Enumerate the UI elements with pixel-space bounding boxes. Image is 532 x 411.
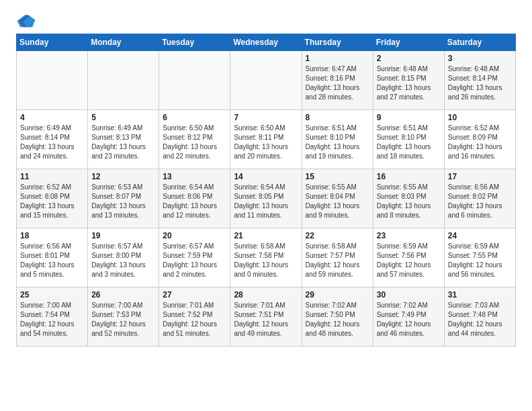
- day-info: Sunrise: 6:57 AM Sunset: 8:00 PM Dayligh…: [91, 242, 155, 279]
- day-info: Sunrise: 6:52 AM Sunset: 8:09 PM Dayligh…: [448, 124, 512, 161]
- day-info: Sunrise: 6:50 AM Sunset: 8:12 PM Dayligh…: [163, 124, 226, 161]
- day-header-sunday: Sunday: [17, 34, 88, 51]
- day-number: 1: [306, 54, 369, 63]
- day-info: Sunrise: 6:55 AM Sunset: 8:04 PM Dayligh…: [306, 183, 369, 220]
- day-number: 18: [20, 231, 84, 240]
- day-info: Sunrise: 7:02 AM Sunset: 7:49 PM Dayligh…: [377, 301, 441, 338]
- day-info: Sunrise: 6:51 AM Sunset: 8:10 PM Dayligh…: [377, 124, 441, 161]
- calendar-cell: 11Sunrise: 6:52 AM Sunset: 8:08 PM Dayli…: [17, 169, 88, 228]
- day-number: 6: [163, 113, 226, 122]
- day-number: 5: [91, 113, 155, 122]
- calendar-cell: 1Sunrise: 6:47 AM Sunset: 8:16 PM Daylig…: [302, 51, 373, 110]
- calendar-cell: 6Sunrise: 6:50 AM Sunset: 8:12 PM Daylig…: [159, 110, 230, 169]
- day-header-saturday: Saturday: [444, 34, 515, 51]
- day-number: 23: [377, 231, 441, 240]
- day-info: Sunrise: 6:56 AM Sunset: 8:02 PM Dayligh…: [448, 183, 512, 220]
- calendar-cell: 28Sunrise: 7:01 AM Sunset: 7:51 PM Dayli…: [230, 287, 302, 347]
- calendar-cell: 19Sunrise: 6:57 AM Sunset: 8:00 PM Dayli…: [88, 228, 159, 287]
- day-number: 28: [234, 290, 298, 300]
- day-info: Sunrise: 6:54 AM Sunset: 8:06 PM Dayligh…: [163, 183, 226, 220]
- day-info: Sunrise: 6:48 AM Sunset: 8:14 PM Dayligh…: [448, 64, 512, 102]
- day-number: 10: [448, 113, 512, 122]
- day-number: 15: [306, 172, 369, 181]
- calendar-cell: 23Sunrise: 6:59 AM Sunset: 7:56 PM Dayli…: [373, 228, 444, 287]
- day-number: 2: [377, 54, 441, 63]
- day-info: Sunrise: 6:57 AM Sunset: 7:59 PM Dayligh…: [163, 242, 226, 279]
- day-number: 26: [91, 290, 155, 300]
- calendar-cell: 13Sunrise: 6:54 AM Sunset: 8:06 PM Dayli…: [159, 169, 230, 228]
- day-number: 31: [448, 290, 512, 300]
- logo: [16, 13, 38, 28]
- day-info: Sunrise: 6:53 AM Sunset: 8:07 PM Dayligh…: [91, 183, 155, 220]
- calendar-cell: 30Sunrise: 7:02 AM Sunset: 7:49 PM Dayli…: [373, 287, 444, 347]
- day-number: 7: [234, 113, 298, 122]
- calendar-cell: 25Sunrise: 7:00 AM Sunset: 7:54 PM Dayli…: [17, 287, 88, 347]
- day-header-friday: Friday: [373, 34, 444, 51]
- day-header-monday: Monday: [88, 34, 159, 51]
- day-info: Sunrise: 6:49 AM Sunset: 8:14 PM Dayligh…: [20, 124, 84, 161]
- day-info: Sunrise: 6:58 AM Sunset: 7:58 PM Dayligh…: [234, 242, 298, 279]
- day-info: Sunrise: 6:58 AM Sunset: 7:57 PM Dayligh…: [306, 242, 369, 279]
- day-info: Sunrise: 7:00 AM Sunset: 7:54 PM Dayligh…: [20, 301, 84, 338]
- day-number: 17: [448, 172, 512, 181]
- calendar-cell: 7Sunrise: 6:50 AM Sunset: 8:11 PM Daylig…: [230, 110, 302, 169]
- day-number: 14: [234, 172, 298, 181]
- day-number: 29: [306, 290, 369, 300]
- calendar-cell: 17Sunrise: 6:56 AM Sunset: 8:02 PM Dayli…: [444, 169, 515, 228]
- calendar-cell: 27Sunrise: 7:01 AM Sunset: 7:52 PM Dayli…: [159, 287, 230, 347]
- day-info: Sunrise: 6:56 AM Sunset: 8:01 PM Dayligh…: [20, 242, 84, 279]
- calendar-cell: 29Sunrise: 7:02 AM Sunset: 7:50 PM Dayli…: [302, 287, 373, 347]
- calendar-cell: 22Sunrise: 6:58 AM Sunset: 7:57 PM Dayli…: [302, 228, 373, 287]
- calendar-cell: 21Sunrise: 6:58 AM Sunset: 7:58 PM Dayli…: [230, 228, 302, 287]
- day-info: Sunrise: 6:59 AM Sunset: 7:55 PM Dayligh…: [448, 242, 512, 279]
- calendar-cell: [159, 51, 230, 110]
- day-number: 30: [377, 290, 441, 300]
- calendar-cell: 8Sunrise: 6:51 AM Sunset: 8:10 PM Daylig…: [302, 110, 373, 169]
- day-header-thursday: Thursday: [302, 34, 373, 51]
- day-number: 4: [20, 113, 84, 122]
- day-number: 19: [91, 231, 155, 240]
- day-number: 3: [448, 54, 512, 63]
- calendar-cell: 26Sunrise: 7:00 AM Sunset: 7:53 PM Dayli…: [88, 287, 159, 347]
- day-info: Sunrise: 7:02 AM Sunset: 7:50 PM Dayligh…: [306, 301, 369, 338]
- calendar-cell: [230, 51, 302, 110]
- day-number: 16: [377, 172, 441, 181]
- day-info: Sunrise: 7:01 AM Sunset: 7:51 PM Dayligh…: [234, 301, 298, 338]
- day-info: Sunrise: 7:03 AM Sunset: 7:48 PM Dayligh…: [448, 301, 512, 338]
- day-number: 11: [20, 172, 84, 181]
- day-number: 20: [163, 231, 226, 240]
- calendar-cell: 20Sunrise: 6:57 AM Sunset: 7:59 PM Dayli…: [159, 228, 230, 287]
- day-header-tuesday: Tuesday: [159, 34, 230, 51]
- calendar-cell: 24Sunrise: 6:59 AM Sunset: 7:55 PM Dayli…: [444, 228, 515, 287]
- day-number: 25: [20, 290, 84, 300]
- calendar-cell: 3Sunrise: 6:48 AM Sunset: 8:14 PM Daylig…: [444, 51, 515, 110]
- calendar-cell: 10Sunrise: 6:52 AM Sunset: 8:09 PM Dayli…: [444, 110, 515, 169]
- day-info: Sunrise: 7:00 AM Sunset: 7:53 PM Dayligh…: [91, 301, 155, 338]
- calendar-cell: 15Sunrise: 6:55 AM Sunset: 8:04 PM Dayli…: [302, 169, 373, 228]
- header: [16, 13, 516, 28]
- day-number: 27: [163, 290, 226, 300]
- calendar-cell: 18Sunrise: 6:56 AM Sunset: 8:01 PM Dayli…: [17, 228, 88, 287]
- day-number: 22: [306, 231, 369, 240]
- day-info: Sunrise: 6:49 AM Sunset: 8:13 PM Dayligh…: [91, 124, 155, 161]
- calendar-cell: 5Sunrise: 6:49 AM Sunset: 8:13 PM Daylig…: [88, 110, 159, 169]
- calendar-table: SundayMondayTuesdayWednesdayThursdayFrid…: [16, 34, 516, 347]
- day-info: Sunrise: 6:51 AM Sunset: 8:10 PM Dayligh…: [306, 124, 369, 161]
- calendar-cell: 2Sunrise: 6:48 AM Sunset: 8:15 PM Daylig…: [373, 51, 444, 110]
- calendar-cell: 31Sunrise: 7:03 AM Sunset: 7:48 PM Dayli…: [444, 287, 515, 347]
- calendar-cell: [17, 51, 88, 110]
- day-info: Sunrise: 6:50 AM Sunset: 8:11 PM Dayligh…: [234, 124, 298, 161]
- day-info: Sunrise: 6:48 AM Sunset: 8:15 PM Dayligh…: [377, 64, 441, 102]
- calendar-cell: 14Sunrise: 6:54 AM Sunset: 8:05 PM Dayli…: [230, 169, 302, 228]
- day-info: Sunrise: 6:59 AM Sunset: 7:56 PM Dayligh…: [377, 242, 441, 279]
- day-number: 24: [448, 231, 512, 240]
- day-info: Sunrise: 7:01 AM Sunset: 7:52 PM Dayligh…: [163, 301, 226, 338]
- day-info: Sunrise: 6:54 AM Sunset: 8:05 PM Dayligh…: [234, 183, 298, 220]
- calendar-cell: 16Sunrise: 6:55 AM Sunset: 8:03 PM Dayli…: [373, 169, 444, 228]
- day-number: 8: [306, 113, 369, 122]
- day-info: Sunrise: 6:55 AM Sunset: 8:03 PM Dayligh…: [377, 183, 441, 220]
- logo-icon: [16, 13, 35, 28]
- day-info: Sunrise: 6:47 AM Sunset: 8:16 PM Dayligh…: [306, 64, 369, 102]
- calendar-cell: [88, 51, 159, 110]
- day-header-wednesday: Wednesday: [230, 34, 302, 51]
